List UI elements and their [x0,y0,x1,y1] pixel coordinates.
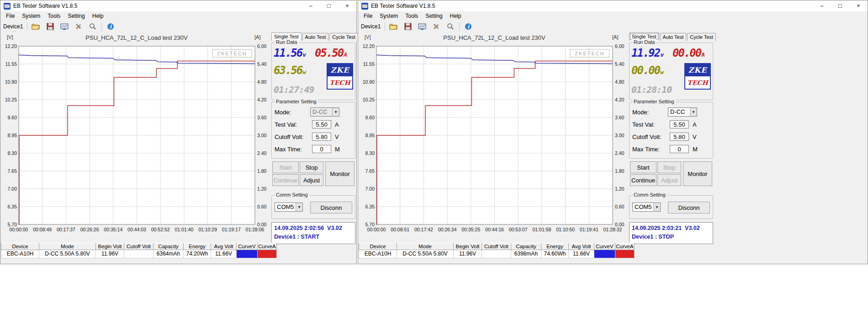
svg-text:1.80: 1.80 [257,168,267,174]
graph-button[interactable] [59,21,70,32]
watermark-text: ZKETECH [575,51,604,56]
menu-system[interactable]: System [376,12,402,20]
svg-text:9.60: 9.60 [8,115,17,120]
cell-avg-volt: 11.66V [211,250,237,258]
elapsed-time-value: 01:27:49 [274,84,314,95]
info-button[interactable]: i [463,21,474,32]
com-port-select[interactable]: COM5 ▾ [275,203,303,212]
start-button[interactable]: Start [630,161,656,173]
svg-text:11.55: 11.55 [363,61,375,67]
parameter-setting-legend: Parameter Setting [275,99,318,104]
cell-device: EBC-A10H [1,250,39,258]
menu-setting[interactable]: Setting [64,12,88,20]
close-button[interactable]: × [849,0,868,11]
voltage-display: 11.56v [274,47,306,59]
cutoff-volt-input[interactable] [670,133,689,141]
test-val-input[interactable] [312,120,331,128]
close-button[interactable]: × [338,0,356,11]
maximize-button[interactable]: □ [320,0,338,11]
continue-button[interactable]: Continue [630,174,656,186]
menu-file[interactable]: File [2,12,18,20]
maximize-button[interactable]: □ [831,0,849,11]
svg-text:01:01:58: 01:01:58 [532,227,551,232]
save-button[interactable] [402,21,413,32]
menu-tools[interactable]: Tools [44,12,64,20]
svg-text:4.20: 4.20 [257,97,267,102]
col-begin-volt: Begin Volt [96,243,124,250]
start-button[interactable]: Start [272,161,299,173]
test-val-input[interactable] [670,120,689,128]
menu-help[interactable]: Help [89,12,107,20]
svg-text:3.60: 3.60 [615,115,625,120]
minimize-button[interactable]: – [302,0,320,11]
power-value: 63.56 [274,64,302,77]
adjust-button[interactable]: Adjust [300,174,323,186]
col-curve-a: CurveA [258,243,277,250]
menu-help[interactable]: Help [446,12,465,20]
save-button[interactable] [45,21,56,32]
svg-text:10.90: 10.90 [5,79,17,85]
dropdown-arrow-icon: ▾ [690,108,697,116]
graph-button[interactable] [417,21,428,32]
max-time-input[interactable] [312,145,331,153]
elapsed-time-display: 01:28:10 [631,84,672,95]
disconnect-button[interactable]: Disconn [668,202,710,213]
com-port-select[interactable]: COM5 ▾ [632,203,661,212]
zoom-button[interactable] [445,21,456,32]
right-axis-unit-label: [A] [612,34,618,40]
info-button[interactable]: i [105,21,116,32]
tools-button[interactable] [431,21,442,32]
svg-text:0.60: 0.60 [257,204,267,209]
elapsed-time-value: 01:28:10 [631,84,672,95]
app-icon [4,3,11,10]
mode-select[interactable]: D-CC ▾ [668,107,697,117]
window-controls: – □ × [302,0,356,11]
open-file-button[interactable] [31,21,42,32]
stop-button[interactable]: Stop [300,161,323,173]
tab-cycle-test[interactable]: Cycle Test [687,33,716,41]
monitor-button[interactable]: Monitor [325,161,355,186]
svg-text:6.00: 6.00 [257,43,267,49]
cell-mode: D-CC 5.50A 5.80V [397,250,454,258]
voltage-value: 11.92 [631,47,660,59]
comm-setting-legend: Comm Setting [275,192,309,197]
menu-file[interactable]: File [360,12,376,20]
curve-a-swatch [258,250,276,258]
svg-text:00:26:34: 00:26:34 [438,227,457,232]
tab-cycle-test[interactable]: Cycle Test [329,33,358,41]
stop-button[interactable]: Stop [657,161,681,173]
zoom-button[interactable] [87,21,98,32]
cell-capacity: 6398mAh [511,250,541,258]
adjust-button[interactable]: Adjust [657,174,681,186]
menu-tools[interactable]: Tools [402,12,422,20]
tools-button[interactable] [73,21,84,32]
monitor-button[interactable]: Monitor [683,161,712,186]
svg-text:00:52:52: 00:52:52 [151,227,170,232]
zke-tech-logo: ZKE TECH [327,63,353,90]
max-time-input[interactable] [670,145,689,153]
cell-begin-volt: 11.96V [96,250,124,258]
svg-text:12.20: 12.20 [363,43,375,49]
mode-label: Mode: [275,109,291,116]
minimize-button[interactable]: – [813,0,831,11]
continue-button[interactable]: Continue [272,174,299,186]
mode-select[interactable]: D-CC ▾ [310,107,339,117]
power-unit: w [660,69,664,75]
col-curve-v: CurveV [594,243,615,250]
window-controls: – □ × [813,0,868,11]
max-time-label: Max Time: [632,146,660,153]
open-file-button[interactable] [388,21,399,32]
curve-v-swatch [237,250,257,258]
col-device: Device [1,243,39,250]
cell-capacity: 6364mAh [153,250,184,258]
cutoff-volt-input[interactable] [312,133,331,141]
tab-auto-test[interactable]: Auto Test [302,33,329,41]
cell-energy: 74.60Wh [541,250,569,258]
title-bar: EB Tester Software V1.8.5 – □ × [0,0,356,11]
menu-setting[interactable]: Setting [422,12,446,20]
voltage-unit: v [302,51,306,58]
tab-auto-test[interactable]: Auto Test [660,33,687,41]
disconnect-button[interactable]: Disconn [310,202,352,213]
svg-text:5.40: 5.40 [257,61,267,67]
menu-system[interactable]: System [18,12,44,20]
